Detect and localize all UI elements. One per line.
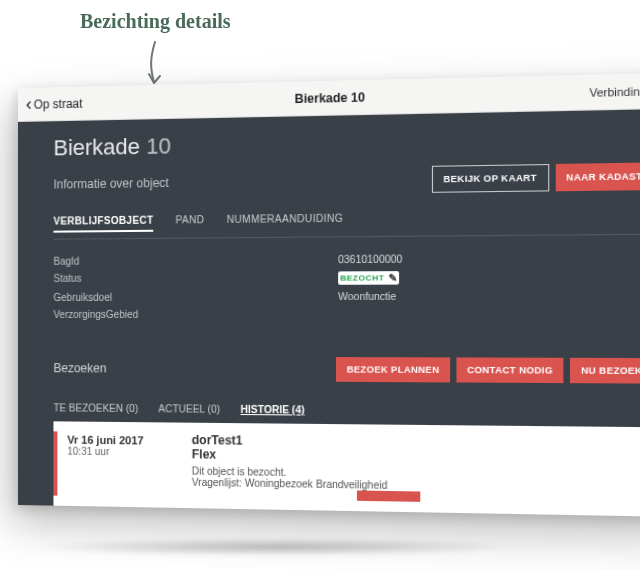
object-street: Bierkade [53,134,140,161]
tab-historie[interactable]: HISTORIE (4) [241,404,305,416]
label-gebruiksdoel: Gebruiksdoel [53,291,338,303]
object-subtitle: Informatie over object [53,176,168,192]
object-heading: Bierkade 10 [53,124,640,162]
object-tabs: VERBLIJFSOBJECT PAND NUMMERAANDUIDING [53,209,640,240]
visit-accent-bar [357,490,420,501]
back-button[interactable]: ‹ Op straat [26,94,83,113]
visit-time: 10:31 uur [67,446,163,458]
visit-card[interactable]: Vr 16 juni 2017 10:31 uur dorTest1 Flex … [53,421,640,517]
view-on-map-button[interactable]: BEKIJK OP KAART [432,164,549,193]
tab-verblijfsobject[interactable]: VERBLIJFSOBJECT [53,215,153,233]
tab-pand[interactable]: PAND [176,214,205,232]
connection-status: Verbinding actief [589,84,640,99]
visit-now-button[interactable]: NU BEZOEKEN [570,358,640,384]
status-badge[interactable]: BEZOCHT ✎ [338,271,399,285]
content-dark: Bierkade 10 Informatie over object BEKIJ… [18,109,640,518]
visits-heading: Bezoeken [53,361,106,375]
label-status: Status [53,271,338,285]
tab-actueel[interactable]: ACTUEEL (0) [158,403,220,415]
visit-date-block: Vr 16 juni 2017 10:31 uur [53,431,163,497]
annotation-arrow-icon [140,40,170,90]
contact-needed-button[interactable]: CONTACT NODIG [456,357,563,383]
visit-title-1: dorTest1 [192,433,420,450]
app-window: ‹ Op straat Bierkade 10 Verbinding actie… [18,72,640,517]
status-badge-text: BEZOCHT [340,273,384,283]
to-kadaster-button[interactable]: NAAR KADASTER [555,162,640,191]
value-gebruiksdoel: Woonfunctie [338,290,640,302]
page-title: Bierkade 10 [83,85,590,110]
visit-title-2: Flex [192,447,420,464]
label-verzorgingsgebied: VerzorgingsGebied [53,309,338,320]
back-label: Op straat [34,96,83,111]
object-number: 10 [146,133,171,159]
tab-nummeraanduiding[interactable]: NUMMERAANDUIDING [227,213,343,232]
annotation-label: Bezichting details [80,10,231,33]
value-status: BEZOCHT ✎ [338,270,640,285]
value-bagid: 03610100000 [338,252,640,266]
value-verzorgingsgebied [338,308,640,320]
plan-visit-button[interactable]: BEZOEK PLANNEN [336,357,450,382]
visit-body: dorTest1 Flex Dit object is bezocht. Vra… [192,433,420,502]
property-grid: BagId 03610100000 Status BEZOCHT ✎ Gebru… [53,252,640,320]
label-bagid: BagId [53,254,338,267]
tab-te-bezoeken[interactable]: TE BEZOEKEN (0) [53,402,138,414]
visits-header-row: Bezoeken BEZOEK PLANNEN CONTACT NODIG NU… [53,346,640,396]
pencil-icon: ✎ [389,272,397,283]
chevron-left-icon: ‹ [26,94,32,112]
visit-line-2: Vragenlijst: Woningbezoek Brandveilighei… [192,477,420,492]
